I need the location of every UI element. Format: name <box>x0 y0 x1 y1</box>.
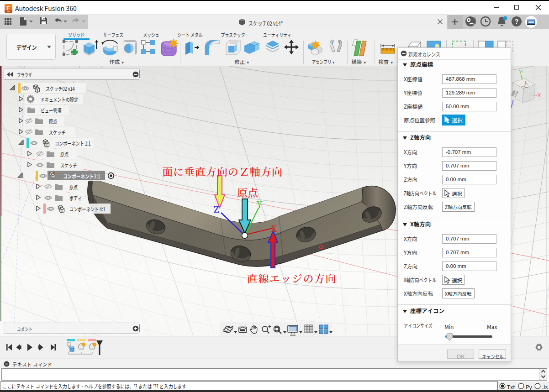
svg-text:-X: -X <box>535 92 541 99</box>
svg-text:Z: Z <box>214 203 219 215</box>
svg-text:Y: Y <box>519 69 523 76</box>
svg-text:X: X <box>271 222 277 234</box>
